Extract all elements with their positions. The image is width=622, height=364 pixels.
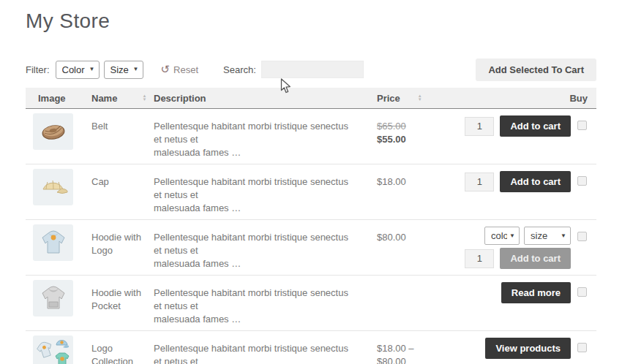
product-image-hoodie-logo[interactable]	[33, 224, 73, 261]
product-description: Pellentesque habitant morbi tristique se…	[154, 113, 377, 159]
buy-cell	[571, 335, 596, 364]
reset-icon: ↺	[161, 65, 171, 74]
price-plain: $80.00	[377, 231, 472, 244]
toolbar: Filter: Color ▼ Size ▼ ↺ Reset Search: A…	[26, 59, 596, 80]
reset-label: Reset	[173, 64, 198, 75]
price-plain: $18.00 –	[377, 342, 472, 355]
buy-cell	[571, 169, 596, 215]
image-cell	[26, 224, 91, 270]
buy-checkbox[interactable]	[577, 232, 587, 241]
buy-checkbox[interactable]	[577, 287, 587, 297]
product-name: Belt	[91, 113, 154, 159]
image-cell	[26, 113, 91, 159]
buy-checkbox[interactable]	[577, 176, 587, 186]
table-row: Logo CollectionPellentesque habitant mor…	[26, 331, 596, 364]
filter-label: Filter:	[26, 64, 50, 75]
column-header-name[interactable]: Name ▲▼	[91, 93, 154, 104]
page-title: My Store	[26, 10, 596, 33]
product-name: Hoodie with Pocket	[91, 280, 154, 326]
reset-link[interactable]: ↺ Reset	[161, 64, 199, 75]
product-table: Image Name ▲▼ Description Price ▲▼ Buy B…	[26, 88, 596, 364]
quantity-and-button: Add to cart	[465, 115, 571, 137]
product-price: $18.00	[377, 169, 472, 215]
product-image-cap[interactable]	[33, 169, 73, 205]
color-filter-wrap: Color ▼	[56, 61, 100, 79]
buy-checkbox[interactable]	[577, 343, 587, 352]
image-cell	[26, 335, 91, 364]
product-price: $65.00$55.00	[377, 113, 472, 159]
table-body: BeltPellentesque habitant morbi tristiqu…	[26, 109, 596, 364]
description-line: malesuada fames …	[154, 146, 358, 159]
add-to-cart-button[interactable]: Add to cart	[500, 115, 571, 137]
size-select-wrap: size▼	[524, 227, 571, 245]
table-row: BeltPellentesque habitant morbi tristiqu…	[26, 109, 596, 164]
description-line: malesuada fames …	[154, 202, 358, 215]
column-header-image: Image	[26, 93, 91, 104]
buy-cell	[571, 113, 596, 159]
quantity-input[interactable]	[465, 172, 494, 192]
purchase-controls: Add to cart	[472, 113, 571, 159]
description-line: Pellentesque habitant morbi tristique se…	[154, 120, 358, 146]
quantity-and-button: Add to cart	[465, 248, 571, 269]
product-description: Pellentesque habitant morbi tristique se…	[154, 280, 377, 326]
price-plain: $80.00	[377, 355, 472, 364]
purchase-controls: Add to cart	[472, 169, 571, 215]
sort-icon[interactable]: ▲▼	[418, 94, 422, 102]
quantity-input[interactable]	[465, 249, 494, 268]
description-line: malesuada fames …	[154, 257, 358, 270]
description-line: Pellentesque habitant morbi tristique se…	[154, 175, 358, 202]
product-description: Pellentesque habitant morbi tristique se…	[154, 224, 377, 270]
table-row: CapPellentesque habitant morbi tristique…	[26, 164, 596, 220]
buy-checkbox[interactable]	[577, 121, 587, 130]
table-row: Hoodie with LogoPellentesque habitant mo…	[26, 220, 596, 276]
size-filter-select[interactable]: Size	[104, 61, 143, 79]
color-filter-select[interactable]: Color	[56, 61, 100, 79]
quantity-input[interactable]	[465, 117, 494, 136]
purchase-controls: View products	[472, 335, 571, 364]
column-header-description: Description	[154, 93, 377, 104]
column-header-buy: Buy	[571, 93, 596, 104]
product-description: Pellentesque habitant morbi tristique se…	[154, 335, 377, 364]
column-header-price[interactable]: Price ▲▼	[377, 93, 472, 104]
product-image-hoodie-pocket[interactable]	[33, 280, 73, 316]
read-more-button[interactable]: Read more	[501, 282, 571, 303]
quantity-and-button: Add to cart	[465, 171, 571, 192]
search-label: Search:	[223, 64, 256, 75]
description-line: Pellentesque habitant morbi tristique se…	[154, 342, 358, 364]
description-line: Pellentesque habitant morbi tristique se…	[154, 231, 358, 257]
product-name: Logo Collection	[91, 335, 154, 364]
price-ins: $55.00	[377, 133, 472, 146]
product-image-belt[interactable]	[33, 113, 73, 150]
product-description: Pellentesque habitant morbi tristique se…	[154, 169, 377, 215]
view-products-button[interactable]: View products	[485, 338, 571, 359]
product-price: $80.00	[377, 224, 472, 270]
add-to-cart-button[interactable]: Add to cart	[500, 171, 571, 192]
description-line: malesuada fames …	[154, 313, 358, 326]
buy-cell	[571, 224, 596, 270]
color-select-wrap: color▼	[484, 227, 520, 245]
price-plain: $18.00	[377, 175, 472, 189]
description-line: Pellentesque habitant morbi tristique se…	[154, 287, 358, 313]
color-select[interactable]: color	[484, 227, 520, 245]
product-price: $18.00 –$80.00	[377, 335, 472, 364]
size-select[interactable]: size	[524, 227, 571, 245]
image-cell	[26, 280, 91, 326]
purchase-controls: color▼size▼Add to cart	[472, 224, 571, 270]
variation-selects: color▼size▼	[484, 227, 571, 245]
buy-cell	[571, 280, 596, 326]
search-input[interactable]	[261, 61, 364, 78]
purchase-controls: Read more	[472, 280, 571, 326]
table-row: Hoodie with PocketPellentesque habitant …	[26, 276, 596, 331]
add-to-cart-button[interactable]: Add to cart	[500, 248, 571, 269]
price-del: $65.00	[377, 120, 472, 133]
product-price	[377, 280, 472, 326]
image-cell	[26, 169, 91, 215]
product-name: Cap	[91, 169, 154, 215]
product-name: Hoodie with Logo	[91, 224, 154, 270]
sort-icon[interactable]: ▲▼	[142, 94, 146, 102]
add-selected-to-cart-button[interactable]: Add Selected To Cart	[476, 58, 596, 81]
product-image-logo-collection[interactable]	[33, 335, 73, 364]
size-filter-wrap: Size ▼	[104, 61, 143, 79]
table-header-row: Image Name ▲▼ Description Price ▲▼ Buy	[26, 88, 596, 109]
